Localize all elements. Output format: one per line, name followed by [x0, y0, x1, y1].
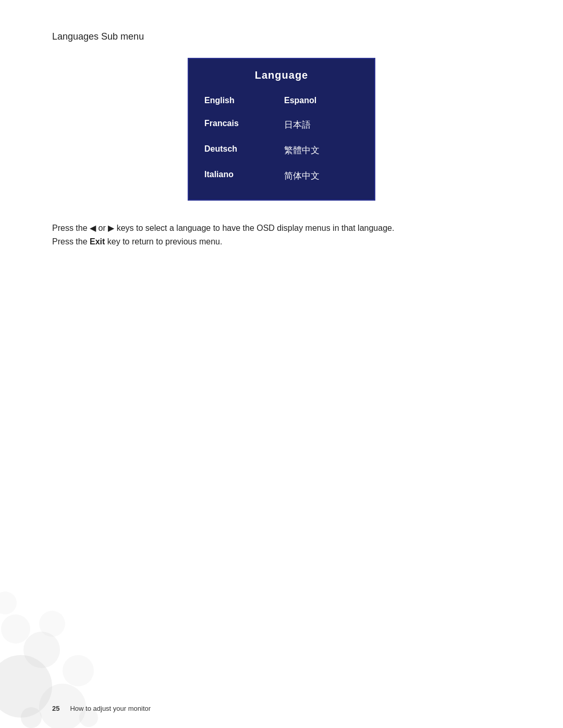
lang-english[interactable]: English [204, 94, 279, 107]
lang-francais[interactable]: Francais [204, 117, 279, 133]
right-arrow-icon: ▶ [108, 224, 114, 232]
description-block: Press the ◀ or ▶ keys to select a langua… [52, 221, 459, 248]
lang-italiano[interactable]: Italiano [204, 168, 279, 184]
left-arrow-icon: ◀ [90, 224, 96, 232]
lang-simplified-chinese[interactable]: 简体中文 [284, 168, 359, 184]
language-menu: Language English Espanol Francais 日本語 De… [188, 58, 375, 201]
menu-container: Language English Espanol Francais 日本語 De… [52, 58, 511, 201]
exit-key-label: Exit [90, 237, 105, 246]
page-footer: 25 How to adjust your monitor [0, 705, 563, 712]
lang-deutsch[interactable]: Deutsch [204, 142, 279, 158]
page-number: 25 [52, 705, 59, 712]
lang-espanol[interactable]: Espanol [284, 94, 359, 107]
lang-traditional-chinese[interactable]: 繁體中文 [284, 142, 359, 158]
description-line2-prefix: Press the [52, 237, 90, 246]
footer-text: How to adjust your monitor [70, 705, 151, 712]
language-grid: English Espanol Francais 日本語 Deutsch 繁體中… [204, 94, 359, 184]
lang-japanese[interactable]: 日本語 [284, 117, 359, 133]
press-prefix: Press the [52, 224, 90, 232]
description-line2-suffix: key to return to previous menu. [105, 237, 222, 246]
or-text: or [98, 224, 105, 232]
menu-title: Language [204, 69, 359, 81]
section-title: Languages Sub menu [52, 31, 511, 42]
description-keys-text: keys to select a language to have the OS… [117, 224, 395, 232]
